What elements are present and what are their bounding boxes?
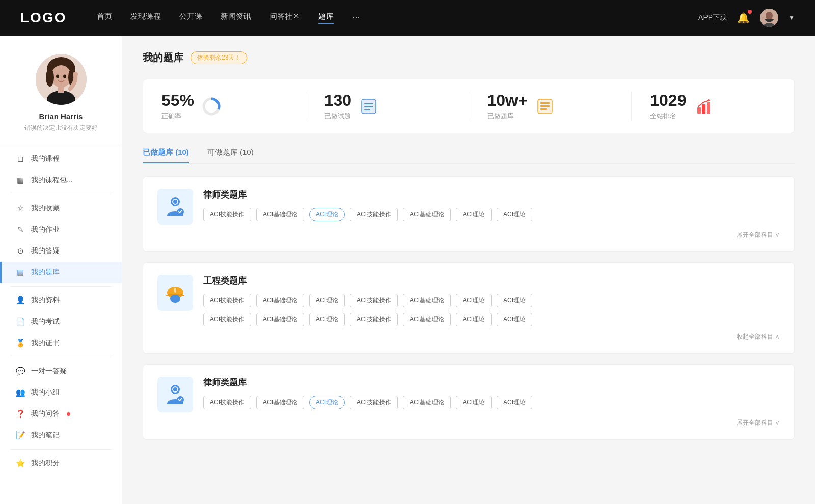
nav-qbank[interactable]: 题库 xyxy=(318,12,334,24)
notification-bell[interactable]: 🔔 xyxy=(737,12,750,24)
stat-questions-done: 130 已做试题 xyxy=(306,92,469,121)
sidebar-divider-1 xyxy=(10,194,112,194)
tag-2-7[interactable]: ACI理论 xyxy=(497,294,532,307)
tag-1-2[interactable]: ACI基础理论 xyxy=(256,208,304,221)
tag-3-1[interactable]: ACI技能操作 xyxy=(203,396,251,409)
sidebar-item-qa[interactable]: ⊙ 我的答疑 xyxy=(0,240,122,262)
stat-banks-done: 10w+ 已做题库 xyxy=(469,92,632,121)
stat-banks-done-text: 10w+ 已做题库 xyxy=(487,92,528,121)
sidebar-item-data[interactable]: 👤 我的资料 xyxy=(0,290,122,311)
tag-3-7[interactable]: ACI理论 xyxy=(497,396,532,409)
sidebar-divider-3 xyxy=(10,357,112,357)
nav-home[interactable]: 首页 xyxy=(97,12,112,24)
tab-done-banks[interactable]: 已做题库 (10) xyxy=(143,148,189,163)
sidebar-item-my-course[interactable]: ◻ 我的课程 xyxy=(0,148,122,170)
tag-2-5[interactable]: ACI基础理论 xyxy=(403,294,451,307)
sidebar-item-group[interactable]: 👥 我的小组 xyxy=(0,382,122,403)
tag-2r-3[interactable]: ACI理论 xyxy=(309,313,345,326)
sidebar-item-points[interactable]: ⭐ 我的积分 xyxy=(0,453,122,474)
collapse-link-2[interactable]: 收起全部科目 ∧ xyxy=(737,332,780,341)
avatar[interactable] xyxy=(760,9,778,27)
tag-1-1[interactable]: ACI技能操作 xyxy=(203,208,251,221)
svg-rect-25 xyxy=(697,107,701,114)
stat-questions-done-text: 130 已做试题 xyxy=(324,92,351,121)
sidebar-menu: ◻ 我的课程 ▦ 我的课程包... ☆ 我的收藏 ✎ 我的作业 ⊙ 我的答疑 ▤ xyxy=(0,143,122,479)
expand-link-1[interactable]: 展开全部科目 ∨ xyxy=(737,231,780,239)
stat-ranking: 1029 全站排名 xyxy=(632,92,794,121)
qbank-engineer-body: 工程类题库 ACI技能操作 ACI基础理论 ACI理论 ACI技能操作 ACI基… xyxy=(203,275,780,326)
nav-app-download[interactable]: APP下载 xyxy=(698,13,727,22)
tag-3-5[interactable]: ACI基础理论 xyxy=(403,396,451,409)
svg-rect-22 xyxy=(540,102,550,104)
tag-2-2[interactable]: ACI基础理论 xyxy=(256,294,304,307)
tag-2-1[interactable]: ACI技能操作 xyxy=(203,294,251,307)
question-icon: ❓ xyxy=(16,409,25,418)
cert-icon: 🏅 xyxy=(16,339,25,348)
qbank-title-2: 工程类题库 xyxy=(203,275,780,287)
trial-badge: 体验剩余23天！ xyxy=(191,51,247,64)
tag-3-3[interactable]: ACI理论 xyxy=(309,396,345,409)
svg-point-36 xyxy=(170,295,180,303)
tag-1-6[interactable]: ACI理论 xyxy=(456,208,492,221)
stat-questions-done-label: 已做试题 xyxy=(324,111,351,121)
tag-1-4[interactable]: ACI技能操作 xyxy=(350,208,398,221)
sidebar-divider-2 xyxy=(10,286,112,287)
sidebar-item-favorites[interactable]: ☆ 我的收藏 xyxy=(0,198,122,219)
sidebar-item-homework[interactable]: ✎ 我的作业 xyxy=(0,219,122,240)
nav-open-course[interactable]: 公开课 xyxy=(179,12,202,24)
tag-2r-1[interactable]: ACI技能操作 xyxy=(203,313,251,326)
sidebar-item-qbank[interactable]: ▤ 我的题库 xyxy=(0,262,122,283)
sidebar-label-exam: 我的考试 xyxy=(31,317,60,326)
qbank-tags-3: ACI技能操作 ACI基础理论 ACI理论 ACI技能操作 ACI基础理论 AC… xyxy=(203,396,780,409)
sidebar-item-my-package[interactable]: ▦ 我的课程包... xyxy=(0,170,122,191)
avatar xyxy=(36,54,87,105)
nav-news[interactable]: 新闻资讯 xyxy=(221,12,251,24)
tag-1-7[interactable]: ACI理论 xyxy=(497,208,532,221)
chevron-down-icon[interactable]: ▼ xyxy=(789,14,795,21)
tag-2r-7[interactable]: ACI理论 xyxy=(497,313,532,326)
tag-1-3[interactable]: ACI理论 xyxy=(309,208,345,221)
tag-3-4[interactable]: ACI技能操作 xyxy=(350,396,398,409)
homework-icon: ✎ xyxy=(16,225,25,234)
sidebar-item-cert[interactable]: 🏅 我的证书 xyxy=(0,332,122,354)
notes-icon: 📝 xyxy=(16,431,25,440)
tag-2r-5[interactable]: ACI基础理论 xyxy=(403,313,451,326)
tag-2-3[interactable]: ACI理论 xyxy=(309,294,345,307)
sidebar-label-qa: 我的答疑 xyxy=(31,246,60,256)
page-header: 我的题库 体验剩余23天！ xyxy=(143,51,795,65)
tag-2r-2[interactable]: ACI基础理论 xyxy=(256,313,304,326)
tag-2r-6[interactable]: ACI理论 xyxy=(456,313,492,326)
tag-2r-4[interactable]: ACI技能操作 xyxy=(350,313,398,326)
svg-point-11 xyxy=(63,75,66,78)
sidebar-item-exam[interactable]: 📄 我的考试 xyxy=(0,311,122,332)
qbank-card-engineer: 工程类题库 ACI技能操作 ACI基础理论 ACI理论 ACI技能操作 ACI基… xyxy=(143,262,795,354)
qbank-footer-2: 收起全部科目 ∧ xyxy=(157,332,780,341)
tag-3-2[interactable]: ACI基础理论 xyxy=(256,396,304,409)
tag-2-6[interactable]: ACI理论 xyxy=(456,294,492,307)
qbank-lawyer2-header: 律师类题库 ACI技能操作 ACI基础理论 ACI理论 ACI技能操作 ACI基… xyxy=(157,377,780,412)
nav-discover[interactable]: 发现课程 xyxy=(130,12,161,24)
logo[interactable]: LOGO xyxy=(20,10,66,26)
stat-accuracy-icon xyxy=(201,96,222,117)
sidebar-label-data: 我的资料 xyxy=(31,296,60,305)
nav-qa[interactable]: 问答社区 xyxy=(269,12,300,24)
stat-banks-done-label: 已做题库 xyxy=(487,111,528,121)
lawyer-icon-2 xyxy=(163,382,187,407)
navbar: LOGO 首页 发现课程 公开课 新闻资讯 问答社区 题库 ··· APP下载 … xyxy=(0,0,815,36)
points-icon: ⭐ xyxy=(16,459,25,468)
sidebar-item-notes[interactable]: 📝 我的笔记 xyxy=(0,425,122,446)
tag-1-5[interactable]: ACI基础理论 xyxy=(403,208,451,221)
quiz-bank-icon xyxy=(536,97,554,116)
stat-accuracy: 55% 正确率 xyxy=(143,92,306,121)
stat-banks-done-value: 10w+ xyxy=(487,92,528,109)
sidebar-item-my-question[interactable]: ❓ 我的问答 xyxy=(0,403,122,425)
sidebar-label-my-course: 我的课程 xyxy=(31,154,60,163)
sidebar-item-one-on-one[interactable]: 💬 一对一答疑 xyxy=(0,360,122,382)
tag-2-4[interactable]: ACI技能操作 xyxy=(350,294,398,307)
expand-link-3[interactable]: 展开全部科目 ∨ xyxy=(737,418,780,427)
tag-3-6[interactable]: ACI理论 xyxy=(456,396,492,409)
svg-point-10 xyxy=(56,75,59,78)
tab-available-banks[interactable]: 可做题库 (10) xyxy=(207,148,254,163)
lawyer-icon xyxy=(163,194,187,219)
nav-more[interactable]: ··· xyxy=(352,12,360,24)
